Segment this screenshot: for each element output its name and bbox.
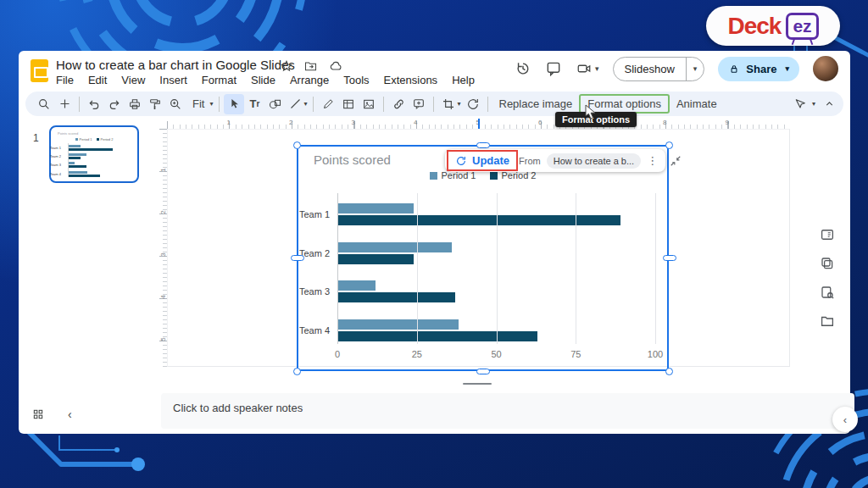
search-menus-icon[interactable] xyxy=(34,94,54,114)
thumb-chart-title: Points scored xyxy=(58,131,78,136)
bar xyxy=(69,165,86,168)
comments-icon[interactable] xyxy=(545,60,562,77)
paint-format-icon[interactable] xyxy=(145,94,165,114)
animate-button[interactable]: Animate xyxy=(670,97,724,110)
deckez-logo: Deck ez xyxy=(706,6,840,46)
menu-insert[interactable]: Insert xyxy=(159,74,187,86)
thumb-legend: Period 1Period 2 xyxy=(51,137,137,141)
insert-image-tool[interactable] xyxy=(359,94,379,114)
menu-format[interactable]: Format xyxy=(202,74,236,86)
menu-tools[interactable]: Tools xyxy=(343,74,369,86)
menu-extensions[interactable]: Extensions xyxy=(384,74,438,86)
logo-deck-text: Deck xyxy=(727,13,781,40)
select-tool[interactable] xyxy=(224,94,244,114)
menu-file[interactable]: File xyxy=(56,74,74,86)
menu-help[interactable]: Help xyxy=(452,74,475,86)
shape-tool[interactable] xyxy=(264,94,285,114)
speaker-notes-input[interactable]: Click to add speaker notes xyxy=(161,393,854,429)
undo-icon[interactable] xyxy=(84,94,104,114)
resize-handle-sw[interactable] xyxy=(293,368,301,375)
chart-row: Team 4 xyxy=(69,171,134,177)
category-label: Team 2 xyxy=(49,153,61,159)
line-tool[interactable] xyxy=(285,94,305,114)
menu-arrange[interactable]: Arrange xyxy=(290,74,329,86)
slideshow-dropdown[interactable]: ▾ xyxy=(686,58,704,80)
slide-thumbnail[interactable]: Points scored Period 1Period 2 Team 1Tea… xyxy=(49,125,139,183)
slideshow-label: Slideshow xyxy=(614,63,686,75)
zoom-icon[interactable] xyxy=(165,94,186,114)
ruler-number: 2 xyxy=(159,210,166,214)
legend-swatch xyxy=(97,138,99,141)
version-history-icon[interactable] xyxy=(515,60,531,77)
overflow-menu-icon[interactable]: ⋮ xyxy=(647,154,658,167)
menu-view[interactable]: View xyxy=(121,74,145,86)
text-box-tool[interactable]: Tr xyxy=(244,94,264,114)
laser-pointer-icon[interactable] xyxy=(793,97,807,111)
folder-icon[interactable] xyxy=(820,313,835,329)
legend-swatch xyxy=(75,138,78,141)
chart-selection-frame[interactable] xyxy=(297,145,669,371)
replace-image-button[interactable]: Replace image xyxy=(492,97,580,110)
resize-handle-s[interactable] xyxy=(476,369,490,374)
share-dropdown[interactable]: ▾ xyxy=(785,64,789,73)
redo-icon[interactable] xyxy=(104,94,125,114)
ruler-number: 6 xyxy=(538,119,542,126)
chevron-down-icon[interactable]: ▾ xyxy=(812,100,815,108)
side-panel-copies-icon[interactable] xyxy=(820,256,835,271)
expand-side-panel-button[interactable]: ‹ xyxy=(832,407,858,432)
crop-icon[interactable] xyxy=(438,94,459,114)
ruler-number: 4 xyxy=(159,295,166,298)
collapse-toolbar-icon[interactable] xyxy=(824,98,835,109)
resize-handle-ne[interactable] xyxy=(665,141,673,149)
side-panel-review-icon[interactable] xyxy=(820,285,835,300)
resize-handle-se[interactable] xyxy=(665,368,673,375)
resize-handle-w[interactable] xyxy=(291,255,304,261)
cloud-status-icon[interactable] xyxy=(328,59,343,73)
ruler-number: 3 xyxy=(352,119,355,126)
category-label: Team 4 xyxy=(49,171,61,177)
share-label: Share xyxy=(746,63,776,75)
unlink-chart-icon[interactable] xyxy=(670,155,682,167)
move-folder-icon[interactable] xyxy=(303,59,318,73)
slides-app-icon[interactable] xyxy=(31,59,48,82)
zoom-select[interactable]: Fit xyxy=(186,97,211,110)
legend-label: Period 1 xyxy=(80,137,92,141)
logo-easel: ez xyxy=(786,13,818,40)
meet-camera-button[interactable]: ▾ xyxy=(576,61,599,76)
star-icon[interactable] xyxy=(280,59,293,73)
mouse-cursor xyxy=(585,104,597,119)
grid-view-icon[interactable] xyxy=(32,408,44,420)
pen-tool[interactable] xyxy=(318,94,338,114)
chevron-down-icon[interactable]: ▾ xyxy=(209,100,213,108)
mask-image-icon[interactable] xyxy=(463,94,483,114)
category-label: Team 3 xyxy=(49,162,61,168)
source-sheet-chip[interactable]: How to create a b... xyxy=(547,153,641,169)
resize-handle-e[interactable] xyxy=(663,255,676,261)
new-slide-button[interactable] xyxy=(54,94,75,114)
menu-slide[interactable]: Slide xyxy=(251,74,275,86)
avatar[interactable] xyxy=(813,56,838,81)
bar xyxy=(69,171,87,174)
resize-handle-nw[interactable] xyxy=(293,141,301,149)
from-label: From xyxy=(519,156,541,166)
slideshow-button[interactable]: Slideshow ▾ xyxy=(613,57,705,81)
insert-link-icon[interactable] xyxy=(388,94,409,114)
resize-handle-n[interactable] xyxy=(476,142,490,148)
document-title[interactable]: How to create a bar chart in Google Slid… xyxy=(56,58,295,72)
legend-label: Period 2 xyxy=(101,137,114,141)
bar xyxy=(69,148,113,151)
notes-drag-handle[interactable] xyxy=(463,383,492,385)
add-comment-icon[interactable] xyxy=(409,94,429,114)
print-icon[interactable] xyxy=(125,94,145,114)
chevron-down-icon[interactable]: ▾ xyxy=(303,100,307,108)
lock-icon xyxy=(728,63,740,75)
menu-edit[interactable]: Edit xyxy=(88,74,107,86)
side-panel-card-icon[interactable] xyxy=(820,227,835,242)
chevron-down-icon[interactable]: ▾ xyxy=(457,100,460,108)
menu-bar: FileEditViewInsertFormatSlideArrangeTool… xyxy=(56,74,475,86)
table-tool[interactable] xyxy=(338,94,359,114)
share-button[interactable]: Share ▾ xyxy=(718,57,799,81)
collapse-filmstrip-icon[interactable]: ‹ xyxy=(68,408,72,421)
google-slides-window: How to create a bar chart in Google Slid… xyxy=(19,51,850,434)
chart-row: Team 3 xyxy=(69,162,134,168)
